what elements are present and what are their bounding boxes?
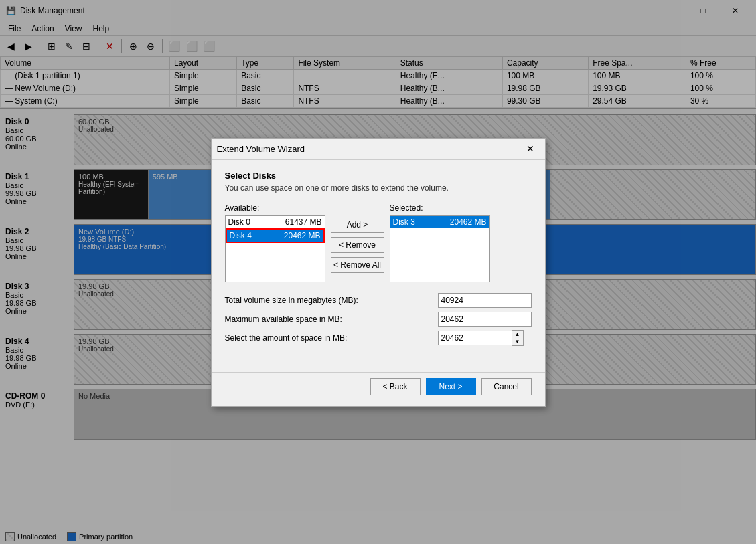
dialog-title: Extend Volume Wizard	[217, 144, 521, 154]
dialog-close-button[interactable]: ✕	[521, 141, 540, 157]
max-value: 20462	[438, 312, 532, 327]
total-label: Total volume size in megabytes (MB):	[225, 296, 433, 305]
spin-up[interactable]: ▲	[512, 331, 523, 338]
total-value: 40924	[438, 293, 532, 308]
selected-listbox[interactable]: Disk 320462 MB	[390, 215, 490, 282]
disk-select-section: Available: Disk 061437 MB Disk 420462 MB…	[225, 203, 532, 282]
next-button[interactable]: Next >	[426, 378, 476, 395]
remove-all-button[interactable]: < Remove All	[331, 257, 384, 273]
select-space-spinner[interactable]: ▲ ▼	[438, 331, 532, 345]
selected-label: Selected:	[390, 203, 490, 213]
dialog-heading: Select Disks	[225, 171, 532, 181]
available-label: Available:	[225, 203, 325, 213]
dialog-title-bar: Extend Volume Wizard ✕	[212, 139, 545, 160]
add-button[interactable]: Add >	[331, 217, 384, 233]
spin-buttons: ▲ ▼	[512, 330, 524, 346]
remove-button[interactable]: < Remove	[331, 237, 384, 253]
disk-fields: Total volume size in megabytes (MB): 409…	[225, 293, 532, 345]
available-section: Available: Disk 061437 MB Disk 420462 MB	[225, 203, 325, 282]
available-item-disk4[interactable]: Disk 420462 MB	[226, 228, 325, 243]
dialog-footer: < Back Next > Cancel	[212, 372, 545, 406]
select-space-input[interactable]	[438, 331, 512, 345]
dialog-subtext: You can use space on one or more disks t…	[225, 183, 532, 193]
available-item-disk0[interactable]: Disk 061437 MB	[226, 216, 325, 228]
disk-action-buttons: Add > < Remove < Remove All	[331, 203, 384, 273]
dialog-content: Select Disks You can use space on one or…	[212, 160, 545, 367]
spin-down[interactable]: ▼	[512, 338, 523, 345]
back-button[interactable]: < Back	[370, 378, 421, 395]
selected-item-disk3[interactable]: Disk 320462 MB	[390, 216, 489, 228]
modal-overlay: Extend Volume Wizard ✕ Select Disks You …	[0, 0, 756, 544]
max-label: Maximum available space in MB:	[225, 314, 433, 324]
extend-volume-dialog: Extend Volume Wizard ✕ Select Disks You …	[211, 138, 546, 407]
available-listbox[interactable]: Disk 061437 MB Disk 420462 MB	[225, 215, 325, 282]
select-label: Select the amount of space in MB:	[225, 333, 433, 343]
cancel-button[interactable]: Cancel	[481, 378, 532, 395]
selected-section: Selected: Disk 320462 MB	[390, 203, 490, 282]
